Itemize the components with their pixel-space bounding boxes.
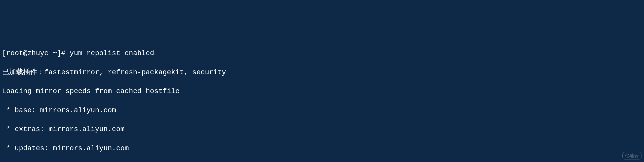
shell-prompt: [root@zhuyc ~]#	[2, 49, 70, 57]
mirror-line: * extras: mirrors.aliyun.com	[2, 125, 644, 134]
mirror-line: * updates: mirrors.aliyun.com	[2, 144, 644, 153]
plugins-line: 已加载插件：fastestmirror, refresh-packagekit,…	[2, 68, 644, 77]
prompt-line: [root@zhuyc ~]# yum repolist enabled	[2, 49, 644, 58]
watermark-badge: 亿速云	[622, 152, 641, 159]
mirror-line: * base: mirrors.aliyun.com	[2, 106, 644, 115]
terminal-output[interactable]: [root@zhuyc ~]# yum repolist enabled 已加载…	[2, 39, 644, 162]
command-text: yum repolist enabled	[70, 49, 154, 57]
loading-line: Loading mirror speeds from cached hostfi…	[2, 87, 644, 96]
